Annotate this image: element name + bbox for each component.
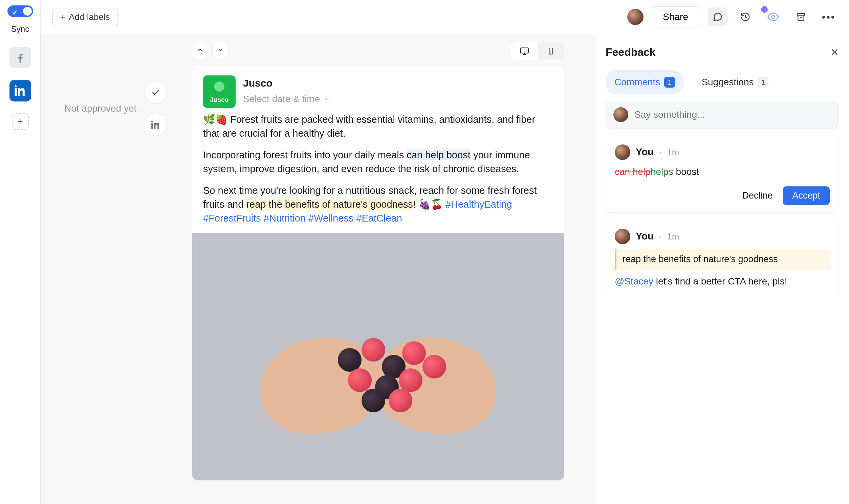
diff-insert: helps <box>651 166 673 177</box>
post-p3-post: ! 🍇🍒 <box>413 199 446 210</box>
feedback-tabs: Comments 1 Suggestions 1 <box>606 70 839 94</box>
desktop-icon <box>520 46 529 56</box>
suggestion-diff: can helphelps boost <box>615 165 830 179</box>
tab-suggestions[interactable]: Suggestions 1 <box>693 70 777 94</box>
tab-suggestions-label: Suggestions <box>701 75 753 89</box>
svg-rect-1 <box>797 14 805 15</box>
brand-logo: Jusco <box>203 75 236 108</box>
panel-title: Feedback <box>606 44 656 60</box>
share-button[interactable]: Share <box>651 6 700 28</box>
check-icon: ✓ <box>12 7 18 18</box>
post-nav <box>192 42 228 58</box>
comment-composer[interactable] <box>606 101 839 128</box>
brand-logo-text: Jusco <box>210 95 229 105</box>
visibility-button[interactable] <box>763 7 783 26</box>
svg-rect-3 <box>520 48 528 53</box>
archive-icon <box>796 12 806 22</box>
date-selector[interactable]: Select date & time <box>243 92 330 106</box>
close-panel-button[interactable]: ✕ <box>830 44 839 60</box>
more-icon: ••• <box>822 10 836 25</box>
composer-avatar <box>613 107 628 122</box>
diff-delete: can help <box>615 166 651 177</box>
post-card: Jusco Jusco Select date & time 🌿🍓 Forest… <box>192 66 564 480</box>
archive-button[interactable] <box>791 7 811 26</box>
topbar: + Add labels Share ••• <box>41 0 849 34</box>
approval-row: Not approved yet <box>64 81 167 136</box>
comment-card: You · 1m reap the benefits of nature's g… <box>606 221 839 296</box>
plus-icon: + <box>60 12 65 22</box>
comment-time: 1m <box>667 230 679 243</box>
prev-post-button[interactable] <box>192 42 208 58</box>
avatar <box>615 229 630 244</box>
post-p1: 🌿🍓 Forest fruits are packed with essenti… <box>203 114 535 139</box>
svg-point-0 <box>772 16 775 19</box>
facebook-icon <box>14 51 27 64</box>
tab-comments-count: 1 <box>664 77 675 88</box>
eye-icon <box>767 11 779 23</box>
sync-toggle[interactable]: ✓ <box>7 5 33 17</box>
suggestion-author: You <box>636 145 654 160</box>
svg-rect-6 <box>549 48 552 54</box>
comment-input[interactable] <box>635 109 831 120</box>
check-icon <box>151 88 160 97</box>
mobile-preview-button[interactable] <box>538 42 564 60</box>
date-selector-label: Select date & time <box>243 92 320 106</box>
add-channel-button[interactable]: + <box>12 113 29 130</box>
post-body[interactable]: 🌿🍓 Forest fruits are packed with essenti… <box>192 111 564 225</box>
desktop-preview-button[interactable] <box>511 42 538 60</box>
post-p2-pre: Incorporating forest fruits into your da… <box>203 149 406 160</box>
chevron-down-icon <box>323 96 330 103</box>
facebook-channel-icon[interactable] <box>10 47 31 68</box>
add-labels-text: Add labels <box>69 12 110 22</box>
sync-label: Sync <box>11 23 29 35</box>
comment-quote: reap the benefits of nature's goodness <box>615 249 830 270</box>
more-menu[interactable]: ••• <box>818 7 839 26</box>
post-image <box>192 233 564 480</box>
main-area: Not approved yet Jusco <box>41 34 595 504</box>
linkedin-target-chip[interactable] <box>144 114 167 136</box>
chat-icon <box>713 12 723 22</box>
add-labels-button[interactable]: + Add labels <box>52 8 118 26</box>
tab-comments-label: Comments <box>614 75 660 89</box>
highlight-comment[interactable]: reap the benefits of nature's goodness <box>246 199 413 210</box>
history-button[interactable] <box>735 7 756 26</box>
tab-comments[interactable]: Comments 1 <box>606 70 684 94</box>
history-icon <box>740 12 750 22</box>
device-toggle <box>511 42 564 60</box>
suggestion-time: 1m <box>667 146 679 159</box>
linkedin-icon <box>151 120 160 129</box>
decline-button[interactable]: Decline <box>742 186 773 205</box>
highlight-suggestion[interactable]: can help boost <box>406 149 470 160</box>
accept-button[interactable]: Accept <box>783 186 830 205</box>
user-avatar[interactable] <box>627 9 643 25</box>
comment-author: You <box>636 229 654 244</box>
mention[interactable]: @Stacey <box>615 276 653 287</box>
chevron-up-icon <box>197 47 203 53</box>
brand-name: Jusco <box>243 75 330 91</box>
linkedin-icon <box>14 85 27 97</box>
comment-body: let's find a better CTA here, pls! <box>653 276 787 287</box>
suggestion-card: You · 1m can helphelps boost Decline Acc… <box>606 137 839 213</box>
tab-suggestions-count: 1 <box>758 77 768 88</box>
diff-rest: boost <box>673 166 699 177</box>
feedback-panel: Feedback ✕ Comments 1 Suggestions 1 You … <box>595 34 849 504</box>
left-rail: ✓ Sync + <box>0 0 41 504</box>
comments-panel-toggle[interactable] <box>708 7 728 26</box>
avatar <box>615 144 630 160</box>
mobile-icon <box>547 46 554 56</box>
comment-text: @Stacey let's find a better CTA here, pl… <box>615 274 830 289</box>
chevron-down-icon <box>217 47 223 53</box>
approve-button[interactable] <box>144 81 167 104</box>
next-post-button[interactable] <box>212 42 228 58</box>
approval-status: Not approved yet <box>64 102 136 116</box>
linkedin-channel-icon[interactable] <box>10 80 31 102</box>
